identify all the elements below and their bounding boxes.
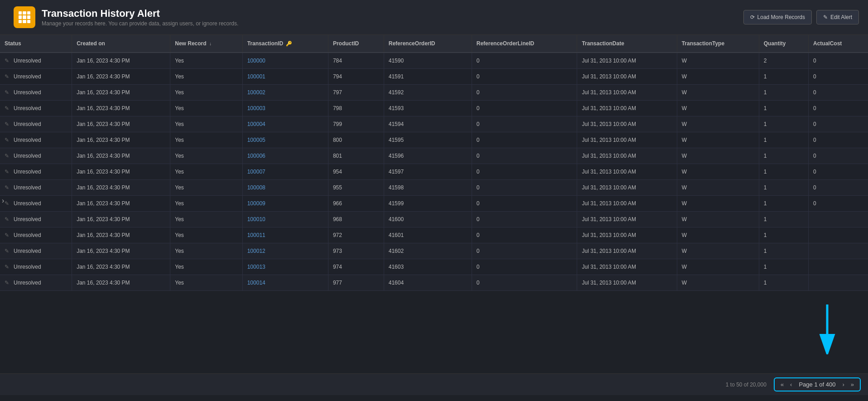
transaction-id-cell[interactable]: 100009 xyxy=(242,196,328,212)
next-page-button[interactable]: › xyxy=(840,380,846,389)
row-edit-icon[interactable]: ✎ xyxy=(5,89,9,96)
table-row: ✎UnresolvedJan 16, 2023 4:30 PMYes100000… xyxy=(0,53,868,69)
row-edit-icon[interactable]: ✎ xyxy=(5,121,9,127)
edit-cell: ✎Unresolved xyxy=(0,53,72,69)
col-created-on[interactable]: Created on xyxy=(72,35,170,53)
col-reference-order-line-id[interactable]: ReferenceOrderLineID xyxy=(472,35,577,53)
transaction-id-cell[interactable]: 100003 xyxy=(242,101,328,116)
product-id-cell: 784 xyxy=(328,53,384,69)
first-page-button[interactable]: « xyxy=(778,380,786,389)
page-subtitle: Manage your records here. You can provid… xyxy=(42,20,238,27)
transaction-id-cell[interactable]: 100002 xyxy=(242,85,328,101)
quantity-cell: 1 xyxy=(759,164,808,180)
transaction-id-link[interactable]: 100011 xyxy=(247,232,265,238)
created-on-cell: Jan 16, 2023 4:30 PM xyxy=(72,53,170,69)
prev-page-button[interactable]: ‹ xyxy=(788,380,794,389)
transaction-id-cell[interactable]: 100006 xyxy=(242,148,328,164)
transaction-id-link[interactable]: 100014 xyxy=(247,280,265,286)
row-edit-icon[interactable]: ✎ xyxy=(5,264,9,270)
quantity-cell: 1 xyxy=(759,259,808,275)
transaction-id-link[interactable]: 100009 xyxy=(247,200,265,207)
table-row: ✎UnresolvedJan 16, 2023 4:30 PMYes100008… xyxy=(0,180,868,196)
table-row: ✎UnresolvedJan 16, 2023 4:30 PMYes100006… xyxy=(0,148,868,164)
row-edit-icon[interactable]: ✎ xyxy=(5,137,9,143)
col-transaction-id[interactable]: TransactionID 🔑 xyxy=(242,35,328,53)
row-edit-icon[interactable]: ✎ xyxy=(5,105,9,111)
transaction-id-cell[interactable]: 100000 xyxy=(242,53,328,69)
transaction-id-cell[interactable]: 100011 xyxy=(242,227,328,243)
actual-cost-cell: 0 xyxy=(808,116,868,132)
transaction-id-cell[interactable]: 100004 xyxy=(242,116,328,132)
refresh-icon: ⟳ xyxy=(750,14,755,20)
actual-cost-cell: 0 xyxy=(808,85,868,101)
transaction-id-link[interactable]: 100012 xyxy=(247,248,265,254)
transaction-type-cell: W xyxy=(677,148,759,164)
transaction-id-link[interactable]: 100005 xyxy=(247,137,265,143)
transaction-type-cell: W xyxy=(677,53,759,69)
transaction-id-cell[interactable]: 100012 xyxy=(242,243,328,259)
col-new-record[interactable]: New Record ↓ xyxy=(170,35,242,53)
quantity-cell: 1 xyxy=(759,227,808,243)
edit-alert-button[interactable]: ✎ Edit Alert xyxy=(816,10,859,24)
transaction-id-link[interactable]: 100013 xyxy=(247,264,265,270)
col-transaction-date[interactable]: TransactionDate xyxy=(577,35,677,53)
actual-cost-cell xyxy=(808,243,868,259)
load-more-button[interactable]: ⟳ Load More Records xyxy=(743,10,812,24)
transaction-id-cell[interactable]: 100013 xyxy=(242,259,328,275)
new-record-cell: Yes xyxy=(170,69,242,85)
row-edit-icon[interactable]: ✎ xyxy=(5,232,9,238)
transaction-type-cell: W xyxy=(677,259,759,275)
actual-cost-cell: 0 xyxy=(808,53,868,69)
transaction-id-cell[interactable]: 100007 xyxy=(242,164,328,180)
col-product-id[interactable]: ProductID xyxy=(328,35,384,53)
sidebar-toggle[interactable]: › xyxy=(0,193,6,208)
row-edit-icon[interactable]: ✎ xyxy=(5,184,9,191)
row-edit-icon[interactable]: ✎ xyxy=(5,153,9,159)
transaction-id-cell[interactable]: 100014 xyxy=(242,275,328,291)
transaction-id-link[interactable]: 100004 xyxy=(247,121,265,127)
actual-cost-cell: 0 xyxy=(808,132,868,148)
transaction-id-cell[interactable]: 100010 xyxy=(242,212,328,227)
col-transaction-type[interactable]: TransactionType xyxy=(677,35,759,53)
table-row: ✎UnresolvedJan 16, 2023 4:30 PMYes100004… xyxy=(0,116,868,132)
app-icon xyxy=(14,6,35,28)
reference-order-line-id-cell: 0 xyxy=(472,275,577,291)
col-reference-order-id[interactable]: ReferenceOrderID xyxy=(384,35,472,53)
transaction-id-cell[interactable]: 100008 xyxy=(242,180,328,196)
transaction-date-cell: Jul 31, 2013 10:00 AM xyxy=(577,275,677,291)
row-edit-icon[interactable]: ✎ xyxy=(5,169,9,175)
transaction-date-cell: Jul 31, 2013 10:00 AM xyxy=(577,132,677,148)
transaction-id-cell[interactable]: 100005 xyxy=(242,132,328,148)
transaction-id-link[interactable]: 100006 xyxy=(247,153,265,159)
edit-cell: ✎Unresolved xyxy=(0,227,72,243)
transaction-date-cell: Jul 31, 2013 10:00 AM xyxy=(577,227,677,243)
sort-icon: ↓ xyxy=(209,41,212,46)
row-edit-icon[interactable]: ✎ xyxy=(5,248,9,254)
table-container[interactable]: Status Created on New Record ↓ Transacti… xyxy=(0,35,868,373)
col-quantity[interactable]: Quantity xyxy=(759,35,808,53)
actual-cost-cell: 0 xyxy=(808,196,868,212)
transaction-id-link[interactable]: 100007 xyxy=(247,169,265,175)
new-record-cell: Yes xyxy=(170,180,242,196)
transaction-id-cell[interactable]: 100001 xyxy=(242,69,328,85)
transaction-id-link[interactable]: 100001 xyxy=(247,73,265,80)
transaction-id-link[interactable]: 100000 xyxy=(247,58,265,64)
col-actual-cost[interactable]: ActualCost xyxy=(808,35,868,53)
row-edit-icon[interactable]: ✎ xyxy=(5,58,9,64)
created-on-cell: Jan 16, 2023 4:30 PM xyxy=(72,259,170,275)
product-id-cell: 973 xyxy=(328,243,384,259)
transaction-date-cell: Jul 31, 2013 10:00 AM xyxy=(577,116,677,132)
col-status[interactable]: Status xyxy=(0,35,72,53)
new-record-cell: Yes xyxy=(170,275,242,291)
row-edit-icon[interactable]: ✎ xyxy=(5,280,9,286)
created-on-cell: Jan 16, 2023 4:30 PM xyxy=(72,85,170,101)
transaction-id-link[interactable]: 100002 xyxy=(247,89,265,96)
last-page-button[interactable]: » xyxy=(849,380,856,389)
transaction-id-link[interactable]: 100010 xyxy=(247,216,265,222)
transaction-date-cell: Jul 31, 2013 10:00 AM xyxy=(577,53,677,69)
row-edit-icon[interactable]: ✎ xyxy=(5,216,9,222)
transaction-id-link[interactable]: 100003 xyxy=(247,105,265,111)
edit-cell: ✎Unresolved xyxy=(0,85,72,101)
row-edit-icon[interactable]: ✎ xyxy=(5,73,9,80)
transaction-id-link[interactable]: 100008 xyxy=(247,184,265,191)
